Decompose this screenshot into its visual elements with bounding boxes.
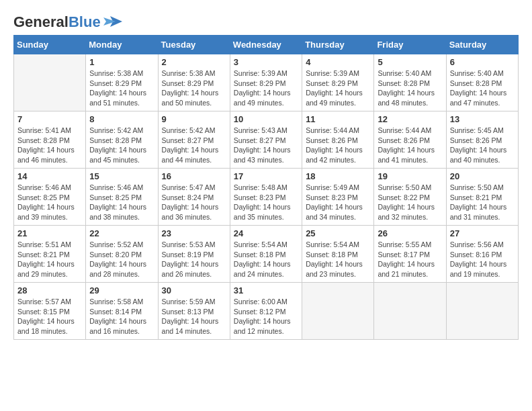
day-number: 5 xyxy=(378,57,442,67)
day-info: Sunrise: 5:53 AMSunset: 8:19 PMDaylight:… xyxy=(162,240,226,279)
day-header-friday: Friday xyxy=(374,36,446,54)
calendar-cell: 29Sunrise: 5:58 AMSunset: 8:14 PMDayligh… xyxy=(86,283,158,340)
day-header-wednesday: Wednesday xyxy=(230,36,302,54)
day-info: Sunrise: 5:49 AMSunset: 8:23 PMDaylight:… xyxy=(306,183,370,222)
days-header-row: SundayMondayTuesdayWednesdayThursdayFrid… xyxy=(14,36,519,54)
calendar-cell: 26Sunrise: 5:55 AMSunset: 8:17 PMDayligh… xyxy=(374,226,446,283)
day-info: Sunrise: 5:39 AMSunset: 8:29 PMDaylight:… xyxy=(306,68,370,108)
calendar-cell: 2Sunrise: 5:38 AMSunset: 8:29 PMDaylight… xyxy=(158,54,230,111)
calendar-cell: 15Sunrise: 5:46 AMSunset: 8:25 PMDayligh… xyxy=(86,169,158,226)
calendar-cell: 18Sunrise: 5:49 AMSunset: 8:23 PMDayligh… xyxy=(302,169,374,226)
calendar-cell xyxy=(14,54,86,111)
calendar-cell: 23Sunrise: 5:53 AMSunset: 8:19 PMDayligh… xyxy=(158,226,230,283)
week-row-1: 1Sunrise: 5:38 AMSunset: 8:29 PMDaylight… xyxy=(14,54,519,111)
day-info: Sunrise: 5:38 AMSunset: 8:29 PMDaylight:… xyxy=(89,68,154,108)
day-number: 10 xyxy=(234,114,298,124)
calendar-cell: 17Sunrise: 5:48 AMSunset: 8:23 PMDayligh… xyxy=(230,169,302,226)
calendar-cell: 16Sunrise: 5:47 AMSunset: 8:24 PMDayligh… xyxy=(158,169,230,226)
day-info: Sunrise: 5:38 AMSunset: 8:29 PMDaylight:… xyxy=(162,68,226,108)
calendar-cell: 27Sunrise: 5:56 AMSunset: 8:16 PMDayligh… xyxy=(446,226,518,283)
calendar-cell: 14Sunrise: 5:46 AMSunset: 8:25 PMDayligh… xyxy=(14,169,86,226)
day-number: 13 xyxy=(450,114,515,124)
calendar-cell: 21Sunrise: 5:51 AMSunset: 8:21 PMDayligh… xyxy=(14,226,86,283)
calendar-cell: 31Sunrise: 6:00 AMSunset: 8:12 PMDayligh… xyxy=(230,283,302,340)
day-number: 29 xyxy=(89,285,154,295)
day-header-sunday: Sunday xyxy=(14,36,86,54)
calendar-cell: 10Sunrise: 5:43 AMSunset: 8:27 PMDayligh… xyxy=(230,111,302,169)
calendar-cell: 24Sunrise: 5:54 AMSunset: 8:18 PMDayligh… xyxy=(230,226,302,283)
logo-general: General xyxy=(13,13,69,30)
day-info: Sunrise: 5:46 AMSunset: 8:25 PMDaylight:… xyxy=(89,183,154,222)
page-header: GeneralBlue xyxy=(13,13,519,31)
day-number: 27 xyxy=(450,228,515,238)
day-info: Sunrise: 5:50 AMSunset: 8:21 PMDaylight:… xyxy=(450,183,515,222)
day-info: Sunrise: 5:58 AMSunset: 8:14 PMDaylight:… xyxy=(89,297,154,336)
week-row-3: 14Sunrise: 5:46 AMSunset: 8:25 PMDayligh… xyxy=(14,169,519,226)
day-info: Sunrise: 5:45 AMSunset: 8:26 PMDaylight:… xyxy=(450,126,515,165)
calendar-cell: 13Sunrise: 5:45 AMSunset: 8:26 PMDayligh… xyxy=(446,111,518,169)
day-number: 3 xyxy=(234,57,298,67)
logo-blue: Blue xyxy=(69,13,101,30)
day-number: 24 xyxy=(234,228,298,238)
day-info: Sunrise: 5:54 AMSunset: 8:18 PMDaylight:… xyxy=(234,240,298,279)
calendar-cell: 22Sunrise: 5:52 AMSunset: 8:20 PMDayligh… xyxy=(86,226,158,283)
day-info: Sunrise: 5:48 AMSunset: 8:23 PMDaylight:… xyxy=(234,183,298,222)
day-info: Sunrise: 5:56 AMSunset: 8:16 PMDaylight:… xyxy=(450,240,515,279)
calendar-cell: 5Sunrise: 5:40 AMSunset: 8:28 PMDaylight… xyxy=(374,54,446,111)
week-row-2: 7Sunrise: 5:41 AMSunset: 8:28 PMDaylight… xyxy=(14,111,519,169)
day-number: 9 xyxy=(162,114,226,124)
day-number: 2 xyxy=(162,57,226,67)
calendar-cell: 19Sunrise: 5:50 AMSunset: 8:22 PMDayligh… xyxy=(374,169,446,226)
calendar-cell: 7Sunrise: 5:41 AMSunset: 8:28 PMDaylight… xyxy=(14,111,86,169)
day-header-thursday: Thursday xyxy=(302,36,374,54)
calendar-table: SundayMondayTuesdayWednesdayThursdayFrid… xyxy=(13,35,519,340)
day-info: Sunrise: 5:54 AMSunset: 8:18 PMDaylight:… xyxy=(306,240,370,279)
day-number: 21 xyxy=(17,228,82,238)
week-row-4: 21Sunrise: 5:51 AMSunset: 8:21 PMDayligh… xyxy=(14,226,519,283)
calendar-cell: 8Sunrise: 5:42 AMSunset: 8:28 PMDaylight… xyxy=(86,111,158,169)
day-number: 30 xyxy=(162,285,226,295)
day-info: Sunrise: 5:39 AMSunset: 8:29 PMDaylight:… xyxy=(234,68,298,108)
day-number: 4 xyxy=(306,57,370,67)
day-number: 23 xyxy=(162,228,226,238)
logo-text: GeneralBlue xyxy=(13,13,101,31)
day-header-saturday: Saturday xyxy=(446,36,518,54)
logo-icon xyxy=(103,15,122,30)
day-number: 1 xyxy=(89,57,154,67)
day-info: Sunrise: 5:41 AMSunset: 8:28 PMDaylight:… xyxy=(17,126,82,165)
day-number: 26 xyxy=(378,228,442,238)
day-info: Sunrise: 5:44 AMSunset: 8:26 PMDaylight:… xyxy=(306,126,370,165)
day-info: Sunrise: 5:59 AMSunset: 8:13 PMDaylight:… xyxy=(162,297,226,336)
day-number: 20 xyxy=(450,171,515,181)
day-info: Sunrise: 5:43 AMSunset: 8:27 PMDaylight:… xyxy=(234,126,298,165)
day-number: 18 xyxy=(306,171,370,181)
day-info: Sunrise: 5:55 AMSunset: 8:17 PMDaylight:… xyxy=(378,240,442,279)
day-number: 25 xyxy=(306,228,370,238)
day-info: Sunrise: 5:44 AMSunset: 8:26 PMDaylight:… xyxy=(378,126,442,165)
day-info: Sunrise: 5:40 AMSunset: 8:28 PMDaylight:… xyxy=(378,68,442,108)
day-info: Sunrise: 5:40 AMSunset: 8:28 PMDaylight:… xyxy=(450,68,515,108)
logo: GeneralBlue xyxy=(13,13,122,31)
calendar-cell xyxy=(446,283,518,340)
day-number: 12 xyxy=(378,114,442,124)
day-number: 11 xyxy=(306,114,370,124)
day-info: Sunrise: 5:52 AMSunset: 8:20 PMDaylight:… xyxy=(89,240,154,279)
calendar-cell: 20Sunrise: 5:50 AMSunset: 8:21 PMDayligh… xyxy=(446,169,518,226)
calendar-cell: 30Sunrise: 5:59 AMSunset: 8:13 PMDayligh… xyxy=(158,283,230,340)
day-number: 17 xyxy=(234,171,298,181)
day-info: Sunrise: 5:42 AMSunset: 8:28 PMDaylight:… xyxy=(89,126,154,165)
week-row-5: 28Sunrise: 5:57 AMSunset: 8:15 PMDayligh… xyxy=(14,283,519,340)
calendar-cell: 1Sunrise: 5:38 AMSunset: 8:29 PMDaylight… xyxy=(86,54,158,111)
day-info: Sunrise: 5:47 AMSunset: 8:24 PMDaylight:… xyxy=(162,183,226,222)
day-number: 28 xyxy=(17,285,82,295)
day-info: Sunrise: 6:00 AMSunset: 8:12 PMDaylight:… xyxy=(234,297,298,336)
day-number: 6 xyxy=(450,57,515,67)
day-header-monday: Monday xyxy=(86,36,158,54)
day-number: 16 xyxy=(162,171,226,181)
day-number: 14 xyxy=(17,171,82,181)
calendar-cell: 11Sunrise: 5:44 AMSunset: 8:26 PMDayligh… xyxy=(302,111,374,169)
calendar-cell: 28Sunrise: 5:57 AMSunset: 8:15 PMDayligh… xyxy=(14,283,86,340)
calendar-cell xyxy=(374,283,446,340)
calendar-cell xyxy=(302,283,374,340)
calendar-cell: 9Sunrise: 5:42 AMSunset: 8:27 PMDaylight… xyxy=(158,111,230,169)
